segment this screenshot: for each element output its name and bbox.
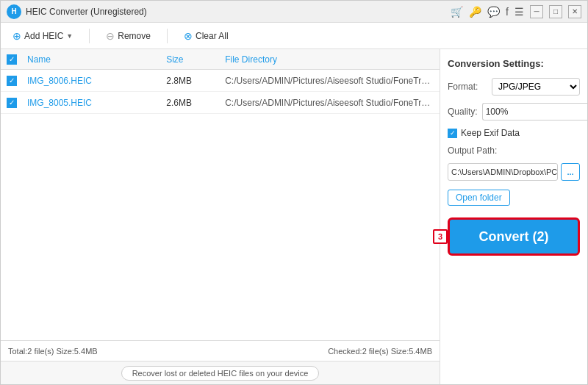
open-folder-btn[interactable]: Open folder — [448, 190, 510, 206]
clear-icon: ⊗ — [184, 30, 193, 42]
add-heic-btn[interactable]: ⊕ Add HEIC ▼ — [8, 28, 77, 44]
output-path-row: C:\Users\ADMIN\Dropbox\PC\... ... — [448, 163, 580, 181]
table-row[interactable]: IMG_8005.HEIC 2.6MB C:/Users/ADMIN/Pictu… — [1, 92, 440, 114]
clear-all-btn[interactable]: ⊗ Clear All — [179, 28, 233, 44]
toolbar: ⊕ Add HEIC ▼ ⊖ Remove ⊗ Clear All — [1, 23, 587, 49]
toolbar-sep-2 — [167, 29, 168, 43]
header-directory: File Directory — [225, 54, 434, 65]
row1-size: 2.8MB — [166, 76, 225, 86]
exif-label: Keep Exif Data — [461, 128, 520, 138]
toolbar-sep-1 — [89, 29, 90, 43]
convert-btn[interactable]: Convert (2) — [448, 217, 580, 256]
app-logo: H — [7, 4, 21, 19]
add-icon: ⊕ — [12, 30, 21, 42]
select-all-checkbox[interactable] — [7, 54, 17, 65]
table-row[interactable]: IMG_8006.HEIC 2.8MB C:/Users/ADMIN/Pictu… — [1, 70, 440, 92]
file-area: Name Size File Directory IMG_8006.HEIC 2… — [1, 49, 440, 384]
row2-directory: C:/Users/ADMIN/Pictures/Aiseesoft Studio… — [225, 98, 434, 108]
table-header: Name Size File Directory — [1, 49, 440, 70]
cart-icon[interactable]: 🛒 — [451, 6, 463, 18]
remove-label: Remove — [118, 31, 151, 41]
file-list-spacer — [1, 114, 440, 340]
title-icons: 🛒 🔑 💬 f ☰ ─ □ ✕ — [451, 5, 581, 18]
recover-btn[interactable]: Recover lost or deleted HEIC files on yo… — [121, 366, 320, 381]
output-path-display: C:\Users\ADMIN\Dropbox\PC\... — [448, 163, 558, 181]
step-badge: 3 — [433, 229, 448, 244]
title-left: H HEIC Converter (Unregistered) — [7, 4, 147, 19]
chat-icon[interactable]: 💬 — [487, 6, 500, 18]
add-heic-dropdown[interactable]: ▼ — [66, 32, 73, 40]
footer: Recover lost or deleted HEIC files on yo… — [1, 361, 440, 384]
menu-icon[interactable]: ☰ — [514, 6, 524, 18]
main: Name Size File Directory IMG_8006.HEIC 2… — [1, 49, 587, 384]
output-path-label: Output Path: — [448, 145, 580, 156]
facebook-icon[interactable]: f — [506, 6, 509, 18]
quality-input[interactable] — [482, 103, 587, 120]
browse-btn[interactable]: ... — [561, 163, 580, 181]
maximize-btn[interactable]: □ — [549, 5, 562, 18]
row2-check[interactable] — [7, 98, 27, 108]
header-name: Name — [27, 54, 166, 65]
row1-checkbox[interactable] — [7, 76, 17, 86]
row1-check[interactable] — [7, 76, 27, 86]
quality-input-group: ▲▼ — [482, 103, 587, 120]
exif-row: Keep Exif Data — [448, 128, 580, 138]
row2-size: 2.6MB — [166, 98, 225, 108]
format-label: Format: — [448, 82, 487, 92]
clear-all-label: Clear All — [196, 31, 229, 41]
right-panel: Conversion Settings: Format: JPG/JPEG PN… — [440, 49, 587, 384]
row2-filename: IMG_8005.HEIC — [27, 98, 166, 108]
title-text: HEIC Converter (Unregistered) — [26, 7, 147, 17]
row1-directory: C:/Users/ADMIN/Pictures/Aiseesoft Studio… — [225, 76, 434, 86]
status-bar: Total:2 file(s) Size:5.4MB Checked:2 fil… — [1, 340, 440, 361]
quality-row: Quality: ▲▼ — [448, 103, 580, 120]
title-bar: H HEIC Converter (Unregistered) 🛒 🔑 💬 f … — [1, 1, 587, 23]
add-heic-label: Add HEIC — [24, 31, 63, 41]
header-size: Size — [166, 54, 225, 65]
exif-checkbox[interactable] — [448, 129, 457, 138]
convert-area: 3 Convert (2) — [448, 217, 580, 256]
close-btn[interactable]: ✕ — [568, 5, 581, 18]
quality-label: Quality: — [448, 107, 478, 117]
minimize-btn[interactable]: ─ — [530, 5, 543, 18]
row2-checkbox[interactable] — [7, 98, 17, 108]
format-select[interactable]: JPG/JPEG PNG BMP GIF TIFF — [492, 78, 580, 96]
remove-btn[interactable]: ⊖ Remove — [101, 28, 155, 44]
remove-icon: ⊖ — [106, 30, 115, 42]
key-icon[interactable]: 🔑 — [469, 6, 481, 18]
panel-title: Conversion Settings: — [448, 58, 580, 69]
header-check — [7, 54, 27, 65]
status-right: Checked:2 file(s) Size:5.4MB — [328, 347, 432, 356]
status-left: Total:2 file(s) Size:5.4MB — [8, 347, 98, 356]
row1-filename: IMG_8006.HEIC — [27, 76, 166, 86]
format-row: Format: JPG/JPEG PNG BMP GIF TIFF — [448, 78, 580, 96]
